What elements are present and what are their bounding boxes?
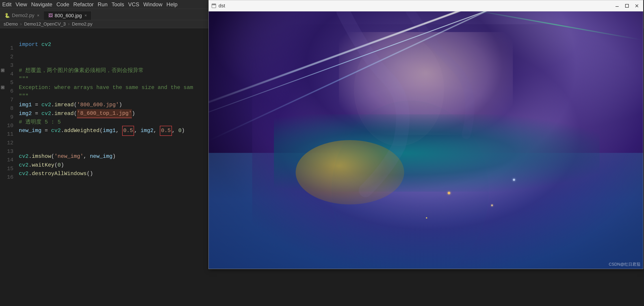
tab-image[interactable]: 🖼 800_600.jpg × <box>44 11 92 20</box>
anime-svg-overlay <box>209 12 643 269</box>
anime-image: CSDN@红日君茄 <box>209 12 643 269</box>
float-close-button[interactable] <box>633 2 640 10</box>
menu-run[interactable]: Run <box>98 1 108 8</box>
float-title-text: dst <box>218 3 225 9</box>
float-window-dst: dst <box>208 0 643 269</box>
tab-close-demo2py[interactable]: × <box>37 13 40 18</box>
menu-help[interactable]: Help <box>166 1 178 8</box>
img-icon: 🖼 <box>48 13 53 18</box>
menu-view[interactable]: View <box>16 1 27 8</box>
float-titlebar: dst <box>209 0 643 12</box>
breadcrumb-sdemo[interactable]: sDemo <box>4 22 18 27</box>
menu-code[interactable]: Code <box>56 1 69 8</box>
tab-demo2py[interactable]: 🐍 Demo2.py × <box>0 11 44 20</box>
tab-label-demo2py: Demo2.py <box>12 12 34 18</box>
menu-navigate[interactable]: Navigate <box>31 1 52 8</box>
float-maximize-button[interactable] <box>624 2 630 10</box>
float-image-content: CSDN@红日君茄 <box>209 12 643 269</box>
py-icon: 🐍 <box>4 13 10 18</box>
breadcrumb-demo2py[interactable]: Demo2.py <box>72 22 92 27</box>
tab-close-image[interactable]: × <box>84 13 87 18</box>
float-window-title: dst <box>212 3 225 9</box>
fold-indicator-2[interactable]: − <box>1 86 4 89</box>
svg-rect-3 <box>626 4 628 8</box>
svg-rect-1 <box>212 4 216 5</box>
breadcrumb-sep1: › <box>20 22 22 27</box>
menu-tools[interactable]: Tools <box>112 1 124 8</box>
float-controls <box>614 2 640 10</box>
watermark: CSDN@红日君茄 <box>609 262 640 267</box>
breadcrumb-opencv[interactable]: Demo12_OpenCV_3 <box>24 22 66 27</box>
menu-edit[interactable]: Edit <box>2 1 12 8</box>
fold-indicator-1[interactable]: − <box>1 68 4 72</box>
tab-label-image: 800_600.jpg <box>55 13 82 18</box>
ide-menu: Edit View Navigate Code Refactor Run Too… <box>2 1 178 8</box>
menu-refactor[interactable]: Refactor <box>73 1 94 8</box>
menu-window[interactable]: Window <box>143 1 162 8</box>
float-minimize-button[interactable] <box>614 2 621 10</box>
line-numbers: 1 2 3 4 5 6 7 8 9 10 11 12 13 14 15 16 <box>0 32 16 186</box>
menu-vcs[interactable]: VCS <box>128 1 139 8</box>
breadcrumb-sep2: › <box>68 22 70 27</box>
window-icon <box>212 3 216 8</box>
